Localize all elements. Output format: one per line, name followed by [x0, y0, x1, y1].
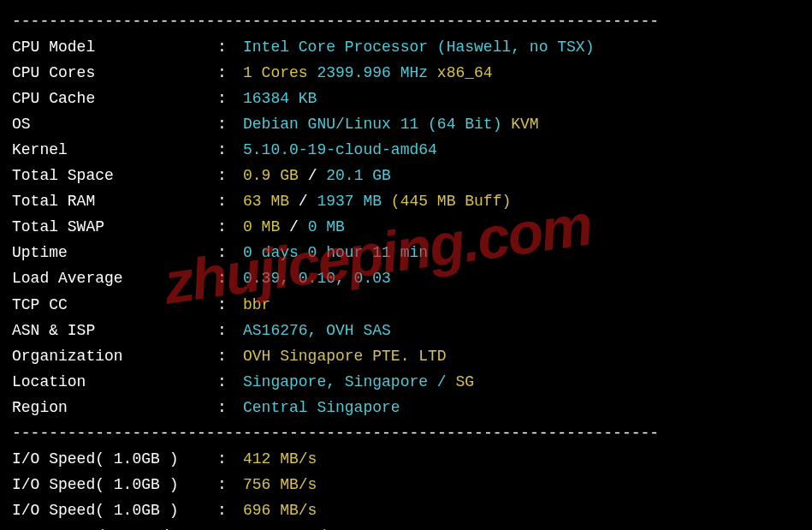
- value-segment: 756 MB/s: [243, 476, 317, 493]
- colon-separator: :: [217, 292, 243, 318]
- value-segment: x86_64: [437, 64, 493, 81]
- value-segment: 20.1 GB: [326, 167, 391, 184]
- colon-separator: :: [217, 265, 243, 291]
- colon-separator: :: [217, 343, 243, 369]
- value-segment: 2399.996 MHz: [317, 64, 436, 81]
- colon-separator: :: [217, 472, 243, 497]
- sysinfo-label: Location: [12, 369, 217, 395]
- colon-separator: :: [217, 60, 243, 86]
- value-segment: (445 MB Buff): [391, 193, 511, 210]
- sysinfo-label: ASN & ISP: [12, 318, 217, 343]
- sysinfo-row: CPU Cache: 16384 KB: [12, 86, 800, 111]
- colon-separator: :: [217, 395, 243, 420]
- value-segment: /: [299, 193, 317, 210]
- colon-separator: :: [217, 497, 243, 523]
- colon-separator: :: [217, 188, 243, 214]
- sysinfo-row: Kernel: 5.10.0-19-cloud-amd64: [12, 137, 800, 163]
- sysinfo-row: Total SWAP: 0 MB / 0 MB: [12, 214, 800, 240]
- value-segment: 63 MB: [243, 193, 299, 210]
- sysinfo-label: Total SWAP: [12, 214, 217, 240]
- value-segment: SG: [455, 373, 474, 390]
- sysinfo-value: 5.10.0-19-cloud-amd64: [243, 137, 800, 163]
- value-segment: KVM: [511, 116, 538, 133]
- colon-separator: :: [217, 111, 243, 137]
- sysinfo-value: 0 MB / 0 MB: [243, 214, 800, 240]
- value-segment: OVH Singapore PTE. LTD: [243, 348, 447, 365]
- colon-separator: :: [217, 369, 243, 395]
- value-segment: Singapore, Singapore /: [243, 373, 455, 390]
- value-segment: Central Singapore: [243, 399, 400, 416]
- io-speed-row: I/O Speed( 1.0GB ): 696 MB/s: [12, 497, 800, 523]
- value-segment: 0.39, 0.10, 0.03: [243, 270, 391, 287]
- value-segment: 0 MB: [243, 218, 289, 235]
- sysinfo-label: Region: [12, 395, 217, 420]
- value-segment: 412 MB/s: [243, 450, 317, 467]
- sysinfo-row: Uptime: 0 days 0 hour 11 min: [12, 240, 800, 265]
- sysinfo-label: CPU Cores: [12, 60, 217, 86]
- sysinfo-row: Location: Singapore, Singapore / SG: [12, 369, 800, 395]
- value-segment: 1937 MB: [317, 193, 390, 210]
- sysinfo-label: Total RAM: [12, 188, 217, 214]
- colon-separator: :: [217, 240, 243, 265]
- sysinfo-value: 0.9 GB / 20.1 GB: [243, 163, 800, 188]
- sysinfo-value: 16384 KB: [243, 86, 800, 111]
- io-speed-value: 412 MB/s: [243, 446, 800, 472]
- sysinfo-value: bbr: [243, 292, 800, 318]
- io-speed-value: 696 MB/s: [243, 497, 800, 523]
- io-speed-label: Average I/O Speed: [12, 523, 217, 530]
- colon-separator: :: [217, 214, 243, 240]
- sysinfo-row: Load Average: 0.39, 0.10, 0.03: [12, 265, 800, 291]
- colon-separator: :: [217, 446, 243, 472]
- sysinfo-row: CPU Model: Intel Core Processor (Haswell…: [12, 34, 800, 60]
- sysinfo-label: Uptime: [12, 240, 217, 265]
- divider-line: ----------------------------------------…: [12, 9, 800, 34]
- value-segment: AS16276, OVH SAS: [243, 322, 391, 339]
- sysinfo-label: CPU Model: [12, 34, 217, 60]
- sysinfo-value: Intel Core Processor (Haswell, no TSX): [243, 34, 800, 60]
- colon-separator: :: [217, 523, 243, 530]
- sysinfo-row: Region: Central Singapore: [12, 395, 800, 420]
- sysinfo-row: ASN & ISP: AS16276, OVH SAS: [12, 318, 800, 343]
- sysinfo-label: Organization: [12, 343, 217, 369]
- sysinfo-value: Singapore, Singapore / SG: [243, 369, 800, 395]
- io-speed-row: Average I/O Speed: 621.3 MB/s: [12, 523, 800, 530]
- sysinfo-row: CPU Cores: 1 Cores 2399.996 MHz x86_64: [12, 60, 800, 86]
- sysinfo-value: 1 Cores 2399.996 MHz x86_64: [243, 60, 800, 86]
- colon-separator: :: [217, 318, 243, 343]
- colon-separator: :: [217, 163, 243, 188]
- sysinfo-label: Kernel: [12, 137, 217, 163]
- sysinfo-row: OS: Debian GNU/Linux 11 (64 Bit) KVM: [12, 111, 800, 137]
- value-segment: 696 MB/s: [243, 502, 317, 519]
- io-speed-label: I/O Speed( 1.0GB ): [12, 446, 217, 472]
- sysinfo-row: TCP CC: bbr: [12, 292, 800, 318]
- value-segment: bbr: [243, 296, 270, 313]
- sysinfo-label: CPU Cache: [12, 86, 217, 111]
- divider-line: ----------------------------------------…: [12, 420, 800, 446]
- sysinfo-value: AS16276, OVH SAS: [243, 318, 800, 343]
- value-segment: 0 MB: [308, 218, 345, 235]
- value-segment: 1 Cores: [243, 64, 317, 81]
- io-speed-row: I/O Speed( 1.0GB ): 412 MB/s: [12, 446, 800, 472]
- sysinfo-label: TCP CC: [12, 292, 217, 318]
- value-segment: Debian GNU/Linux 11 (64 Bit): [243, 116, 511, 133]
- sysinfo-label: Load Average: [12, 265, 217, 291]
- value-segment: 16384 KB: [243, 90, 317, 107]
- io-speed-value: 756 MB/s: [243, 472, 800, 497]
- sysinfo-value: OVH Singapore PTE. LTD: [243, 343, 800, 369]
- sysinfo-value: 0 days 0 hour 11 min: [243, 240, 800, 265]
- sysinfo-row: Total Space: 0.9 GB / 20.1 GB: [12, 163, 800, 188]
- io-speed-label: I/O Speed( 1.0GB ): [12, 472, 217, 497]
- colon-separator: :: [217, 34, 243, 60]
- sysinfo-row: Total RAM: 63 MB / 1937 MB (445 MB Buff): [12, 188, 800, 214]
- sysinfo-value: Debian GNU/Linux 11 (64 Bit) KVM: [243, 111, 800, 137]
- sysinfo-value: Central Singapore: [243, 395, 800, 420]
- sysinfo-label: OS: [12, 111, 217, 137]
- colon-separator: :: [217, 137, 243, 163]
- io-speed-label: I/O Speed( 1.0GB ): [12, 497, 217, 523]
- value-segment: 0.9 GB: [243, 167, 308, 184]
- colon-separator: :: [217, 86, 243, 111]
- value-segment: /: [289, 218, 308, 235]
- sysinfo-row: Organization: OVH Singapore PTE. LTD: [12, 343, 800, 369]
- io-speed-row: I/O Speed( 1.0GB ): 756 MB/s: [12, 472, 800, 497]
- value-segment: 0 days 0 hour 11 min: [243, 244, 428, 261]
